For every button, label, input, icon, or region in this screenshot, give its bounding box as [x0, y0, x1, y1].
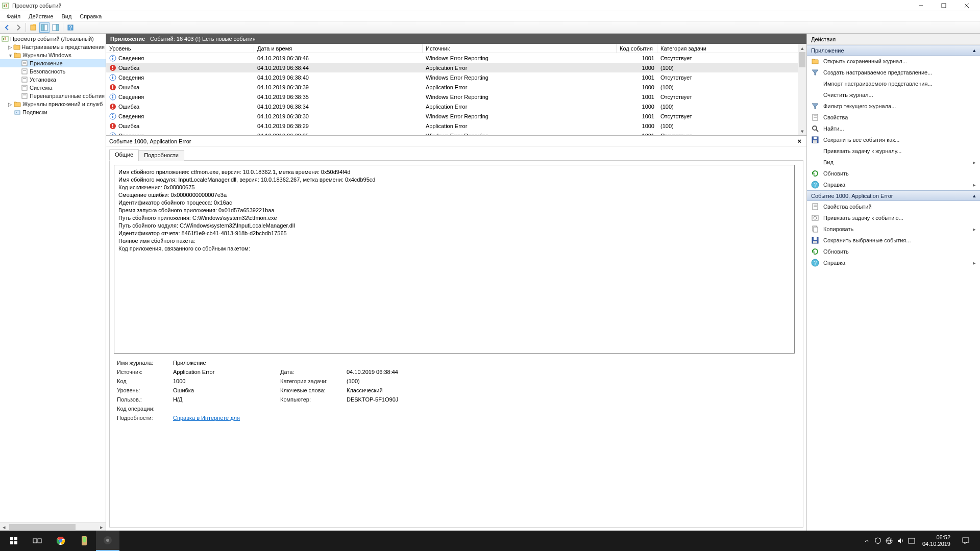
minimize-button[interactable] [909, 1, 932, 11]
col-header-eventid[interactable]: Код события [617, 44, 657, 53]
tree-subscriptions[interactable]: Подписки [0, 108, 106, 116]
start-button[interactable] [2, 531, 26, 551]
tree-root[interactable]: Просмотр событий (Локальный) [0, 35, 106, 43]
action-item[interactable]: Вид▸ [807, 157, 980, 168]
action-item[interactable]: ?Справка▸ [807, 179, 980, 190]
svg-rect-90 [38, 539, 41, 543]
prop-value: Н/Д [173, 396, 275, 403]
view-button-1[interactable] [39, 22, 50, 33]
log-icon [20, 68, 29, 75]
close-button[interactable] [955, 1, 978, 11]
tree-custom-views[interactable]: ▷ Настраиваемые представления [0, 43, 106, 51]
back-button[interactable] [2, 22, 12, 33]
cell-date: 04.10.2019 06:38:40 [254, 74, 423, 81]
actions-section-application[interactable]: Приложение ▴ [807, 45, 980, 56]
description-line: Имя сбойного модуля: InputLocaleManager.… [118, 176, 790, 184]
scroll-thumb[interactable] [9, 524, 76, 530]
tray-security-icon[interactable] [873, 536, 883, 545]
expander-icon[interactable]: ▾ [7, 53, 13, 58]
action-item[interactable]: Копировать▸ [807, 223, 980, 235]
tray-clock[interactable]: 06:52 04.10.2019 [918, 534, 954, 547]
scroll-left-icon[interactable]: ◂ [0, 523, 8, 531]
tray-network-icon[interactable] [885, 536, 894, 545]
table-row[interactable]: Сведения04.10.2019 06:38:30Windows Error… [106, 111, 806, 121]
table-row[interactable]: Сведения04.10.2019 06:38:40Windows Error… [106, 72, 806, 82]
table-row[interactable]: Ошибка04.10.2019 06:38:34Application Err… [106, 102, 806, 111]
cell-eventid: 1000 [617, 104, 657, 110]
col-header-source[interactable]: Источник [423, 44, 617, 53]
tree-log-setup[interactable]: Установка [0, 76, 106, 84]
list-vscrollbar[interactable]: ▴ ▾ [798, 44, 806, 135]
table-row[interactable]: Ошибка04.10.2019 06:38:29Application Err… [106, 121, 806, 131]
cell-task: Отсутствует [657, 55, 806, 61]
action-item[interactable]: Фильтр текущего журнала... [807, 101, 980, 112]
menu-help[interactable]: Справка [76, 12, 105, 20]
action-item[interactable]: Сохранить выбранные события... [807, 235, 980, 246]
action-item[interactable]: Привязать задачу к журналу... [807, 145, 980, 157]
help-button[interactable]: ? [65, 22, 76, 33]
action-item[interactable]: Создать настраиваемое представление... [807, 67, 980, 78]
detail-close-button[interactable]: × [795, 137, 803, 145]
col-header-date[interactable]: Дата и время [254, 44, 423, 53]
task-chrome[interactable] [49, 531, 72, 551]
action-item[interactable]: Обновить [807, 246, 980, 257]
scroll-thumb[interactable] [799, 52, 805, 67]
action-item[interactable]: Импорт настраиваемого представления... [807, 78, 980, 89]
menu-view[interactable]: Вид [58, 12, 75, 20]
tab-general[interactable]: Общие [109, 149, 139, 161]
taskview-button[interactable] [26, 531, 49, 551]
menu-file[interactable]: Файл [3, 12, 24, 20]
table-row[interactable]: Ошибка04.10.2019 06:38:44Application Err… [106, 63, 806, 72]
cell-source: Windows Error Reporting [423, 74, 617, 81]
collapse-icon[interactable]: ▴ [973, 47, 976, 54]
action-item[interactable]: Свойства [807, 112, 980, 123]
action-item[interactable]: Открыть сохраненный журнал... [807, 56, 980, 67]
scroll-down-icon[interactable]: ▾ [798, 127, 806, 135]
tree-log-forwarded[interactable]: Перенаправленные события [0, 92, 106, 100]
tree-log-system[interactable]: Система [0, 84, 106, 92]
tray-lang-icon[interactable] [907, 536, 916, 545]
tree-log-security[interactable]: Безопасность [0, 67, 106, 76]
tab-details[interactable]: Подробности [138, 150, 184, 161]
show-tree-button[interactable] [28, 22, 38, 33]
forward-button[interactable] [13, 22, 23, 33]
collapse-icon[interactable]: ▴ [973, 192, 976, 199]
scroll-up-icon[interactable]: ▴ [798, 44, 806, 52]
action-item[interactable]: Сохранить все события как... [807, 134, 980, 145]
scroll-right-icon[interactable]: ▸ [97, 523, 106, 531]
expander-icon[interactable]: ▷ [7, 44, 13, 50]
action-item[interactable]: ?Справка▸ [807, 257, 980, 268]
table-row[interactable]: Сведения04.10.2019 06:38:25Windows Error… [106, 131, 806, 135]
maximize-button[interactable] [932, 1, 955, 11]
tree-windows-logs[interactable]: ▾ Журналы Windows [0, 51, 106, 59]
prop-label: Уровень: [117, 387, 168, 393]
col-header-level[interactable]: Уровень [106, 44, 254, 53]
tree-apps-logs[interactable]: ▷ Журналы приложений и служб [0, 100, 106, 108]
tree-log-application[interactable]: Приложение [0, 59, 106, 67]
action-item[interactable]: Свойства событий [807, 201, 980, 212]
tree-label: Безопасность [30, 68, 65, 74]
tray-volume-icon[interactable] [896, 536, 905, 545]
action-item[interactable]: Привязать задачу к событию... [807, 212, 980, 223]
details-online-link[interactable]: Справка в Интернете для [173, 415, 240, 421]
tray-notifications-icon[interactable] [957, 531, 975, 551]
expander-icon[interactable]: ▷ [7, 102, 13, 107]
cell-level: Сведения [118, 74, 144, 81]
table-row[interactable]: Ошибка04.10.2019 06:38:39Application Err… [106, 82, 806, 92]
task-app-1[interactable] [72, 531, 96, 551]
svg-rect-52 [112, 124, 113, 127]
action-item[interactable]: Обновить [807, 168, 980, 179]
task-eventviewer[interactable] [96, 531, 119, 551]
col-header-task[interactable]: Категория задачи [657, 44, 806, 53]
menu-action[interactable]: Действие [25, 12, 57, 20]
table-row[interactable]: Сведения04.10.2019 06:38:35Windows Error… [106, 92, 806, 102]
actions-section-event[interactable]: Событие 1000, Application Error ▴ [807, 190, 980, 201]
tray-expand-icon[interactable] [862, 536, 871, 545]
center-pane: Приложение Событий: 16 403 (!) Есть новы… [106, 34, 806, 531]
action-item[interactable]: Найти... [807, 123, 980, 134]
action-label: Открыть сохраненный журнал... [823, 58, 907, 64]
view-button-2[interactable] [51, 22, 61, 33]
table-row[interactable]: Сведения04.10.2019 06:38:46Windows Error… [106, 53, 806, 63]
tree-hscrollbar[interactable]: ◂ ▸ [0, 522, 106, 531]
action-item[interactable]: Очистить журнал... [807, 89, 980, 101]
